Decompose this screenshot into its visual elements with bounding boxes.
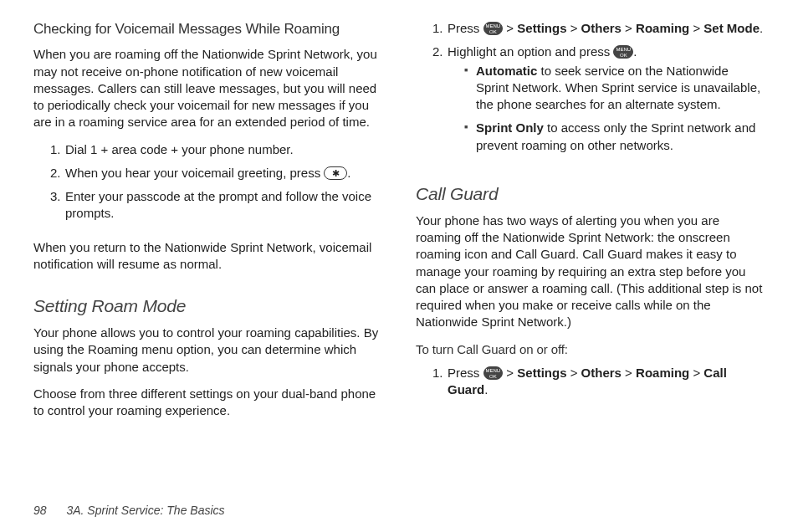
heading-setting-roam-mode: Setting Roam Mode — [33, 296, 382, 316]
steps-call-guard: Press MENUOK > Settings > Others > Roami… — [432, 365, 765, 406]
gt4: > — [689, 21, 703, 35]
heading-call-guard: Call Guard — [416, 184, 765, 204]
step-press-star-text-b: . — [347, 166, 350, 180]
para-three-settings: Choose from three different settings on … — [33, 386, 382, 420]
nav-roaming: Roaming — [636, 21, 689, 35]
gt1: > — [503, 21, 517, 35]
cg-gt4: > — [689, 366, 703, 380]
text-press-cg: Press — [448, 366, 483, 380]
text-highlight: Highlight an option and press — [448, 44, 613, 59]
menu-ok-key-icon: MENUOK — [483, 366, 504, 380]
para-voicemail-roaming: When you are roaming off the Nationwide … — [33, 46, 382, 130]
step-passcode: Enter your passcode at the prompt and fo… — [50, 188, 382, 223]
option-automatic-label: Automatic — [476, 64, 537, 78]
ok-label: OK — [489, 374, 497, 379]
page-number: 98 — [33, 504, 47, 517]
menu-label: MENU — [486, 368, 501, 373]
nav-set-mode: Set Mode — [703, 21, 760, 35]
para-call-guard: Your phone has two ways of alerting you … — [416, 212, 765, 331]
step-nav-set-mode: Press MENUOK > Settings > Others > Roami… — [432, 20, 765, 37]
text-press: Press — [448, 21, 483, 35]
cg-gt3: > — [622, 366, 636, 380]
footer: 98 3A. Sprint Service: The Basics — [33, 504, 225, 517]
steps-set-mode: Press MENUOK > Settings > Others > Roami… — [432, 20, 765, 161]
options-list: Automatic to seek service on the Nationw… — [464, 63, 765, 154]
cg-nav-roaming: Roaming — [636, 366, 689, 380]
nav-settings: Settings — [517, 21, 566, 35]
menu-ok-key-icon: MENUOK — [613, 45, 633, 59]
option-sprint-only: Sprint Only to access only the Sprint ne… — [464, 120, 765, 154]
menu-label: MENU — [616, 47, 631, 52]
nav-others: Others — [581, 21, 622, 35]
section-title: 3A. Sprint Service: The Basics — [66, 504, 224, 517]
steps-check-voicemail: Dial 1 + area code + your phone number. … — [50, 141, 382, 229]
step-press-star: When you hear your voicemail greeting, p… — [50, 165, 382, 182]
star-key-icon: ✱ — [324, 166, 347, 180]
lead-turn-call-guard: To turn Call Guard on or off: — [416, 341, 765, 358]
period2: . — [633, 44, 637, 59]
menu-label: MENU — [486, 23, 501, 28]
step-nav-call-guard: Press MENUOK > Settings > Others > Roami… — [432, 365, 765, 399]
cg-nav-others: Others — [581, 366, 622, 380]
option-automatic: Automatic to seek service on the Nationw… — [464, 63, 765, 114]
cg-gt1: > — [503, 366, 517, 380]
gt2: > — [566, 21, 581, 35]
ok-label: OK — [489, 29, 497, 34]
cg-gt2: > — [566, 366, 581, 380]
cg-nav-settings: Settings — [517, 366, 566, 380]
heading-voicemail-roaming: Checking for Voicemail Messages While Ro… — [33, 20, 382, 38]
step-press-star-text-a: When you hear your voicemail greeting, p… — [65, 166, 324, 180]
right-column: Press MENUOK > Settings > Others > Roami… — [416, 20, 765, 487]
ok-label: OK — [620, 53, 627, 58]
step-dial: Dial 1 + area code + your phone number. — [50, 141, 382, 158]
columns: Checking for Voicemail Messages While Ro… — [33, 20, 765, 487]
step-highlight-option: Highlight an option and press MENUOK. Au… — [432, 43, 765, 154]
period: . — [760, 21, 763, 35]
cg-period: . — [484, 382, 488, 396]
para-return-network: When you return to the Nationwide Sprint… — [33, 239, 382, 274]
option-sprint-only-label: Sprint Only — [476, 120, 544, 135]
page: Checking for Voicemail Messages While Ro… — [0, 0, 798, 532]
gt3: > — [622, 21, 636, 35]
left-column: Checking for Voicemail Messages While Ro… — [33, 20, 382, 487]
menu-ok-key-icon: MENUOK — [483, 22, 504, 35]
para-roam-control: Your phone allows you to control your ro… — [33, 325, 382, 376]
